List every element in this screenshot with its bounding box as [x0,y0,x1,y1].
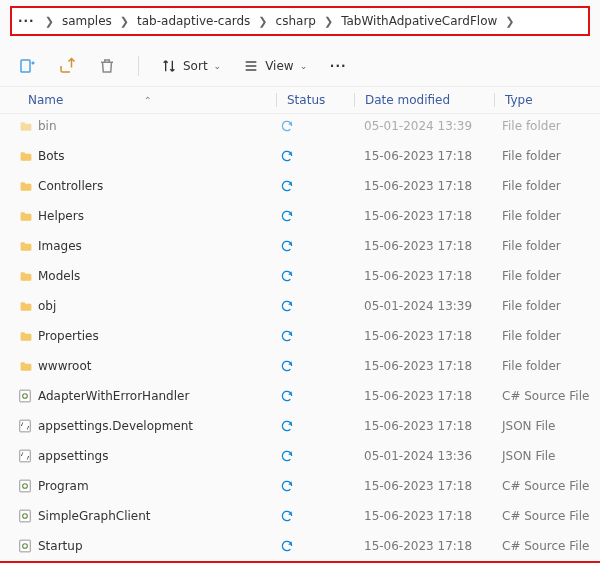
file-name: Models [38,269,278,283]
date-modified: 15-06-2023 17:18 [356,479,496,493]
date-modified: 15-06-2023 17:18 [356,509,496,523]
file-type: File folder [496,269,600,283]
sync-status-icon [278,389,356,403]
sync-status-icon [278,179,356,193]
breadcrumb-item[interactable]: tab-adaptive-cards [137,14,250,28]
delete-icon[interactable] [98,57,116,75]
date-modified: 15-06-2023 17:18 [356,239,496,253]
share-icon[interactable] [58,57,76,75]
sync-status-icon [278,479,356,493]
sort-asc-icon: ⌃ [143,95,151,106]
table-row[interactable]: Helpers15-06-2023 17:18File folder [0,201,600,231]
folder-icon [18,120,38,133]
sync-status-icon [278,539,356,553]
file-type: C# Source File [496,389,600,403]
date-modified: 15-06-2023 17:18 [356,539,496,553]
chevron-right-icon: ❯ [503,15,516,28]
column-status[interactable]: Status [287,93,325,107]
view-button[interactable]: View ⌄ [243,58,307,74]
table-row[interactable]: appsettings05-01-2024 13:36JSON File [0,441,600,471]
json-icon [18,448,38,464]
table-row[interactable]: Images15-06-2023 17:18File folder [0,231,600,261]
breadcrumb-item[interactable]: samples [62,14,112,28]
folder-icon [18,180,38,193]
date-modified: 05-01-2024 13:36 [356,449,496,463]
sort-button[interactable]: Sort ⌄ [161,58,221,74]
breadcrumb-item[interactable]: TabWithAdpativeCardFlow [341,14,497,28]
column-type[interactable]: Type [505,93,533,107]
chevron-right-icon: ❯ [256,15,269,28]
breadcrumb[interactable]: ··· ❯ samples ❯ tab-adaptive-cards ❯ csh… [10,6,590,36]
breadcrumb-item[interactable]: csharp [276,14,316,28]
chevron-down-icon: ⌄ [300,61,308,71]
folder-icon [18,210,38,223]
sync-status-icon [278,119,356,133]
file-name: AdapterWithErrorHandler [38,389,278,403]
file-type: File folder [496,299,600,313]
date-modified: 05-01-2024 13:39 [356,299,496,313]
file-type: File folder [496,239,600,253]
table-row[interactable]: bin05-01-2024 13:39File folder [0,111,600,141]
file-type: C# Source File [496,509,600,523]
file-name: Helpers [38,209,278,223]
file-type: File folder [496,359,600,373]
date-modified: 15-06-2023 17:18 [356,149,496,163]
chevron-right-icon: ❯ [118,15,131,28]
file-type: File folder [496,179,600,193]
file-type: C# Source File [496,539,600,553]
file-type: File folder [496,329,600,343]
table-row[interactable]: Startup15-06-2023 17:18C# Source File [0,531,600,561]
more-icon[interactable]: ··· [329,57,347,75]
table-row[interactable]: SimpleGraphClient15-06-2023 17:18C# Sour… [0,501,600,531]
file-name: SimpleGraphClient [38,509,278,523]
table-row[interactable]: Properties15-06-2023 17:18File folder [0,321,600,351]
table-row[interactable]: Bots15-06-2023 17:18File folder [0,141,600,171]
file-type: File folder [496,119,600,133]
cs-icon [18,478,38,494]
file-name: Bots [38,149,278,163]
date-modified: 15-06-2023 17:18 [356,329,496,343]
date-modified: 15-06-2023 17:18 [356,209,496,223]
folder-icon [18,330,38,343]
table-row[interactable]: Controllers15-06-2023 17:18File folder [0,171,600,201]
sync-status-icon [278,269,356,283]
file-type: File folder [496,209,600,223]
file-type: C# Source File [496,479,600,493]
cs-icon [18,538,38,554]
date-modified: 15-06-2023 17:18 [356,269,496,283]
file-name: wwwroot [38,359,278,373]
folder-icon [18,360,38,373]
file-name: Images [38,239,278,253]
toolbar: Sort ⌄ View ⌄ ··· [0,46,600,87]
sync-status-icon [278,509,356,523]
chevron-right-icon: ❯ [43,15,56,28]
file-type: File folder [496,149,600,163]
file-name: appsettings.Development [38,419,278,433]
file-name: appsettings [38,449,278,463]
table-row[interactable]: AdapterWithErrorHandler15-06-2023 17:18C… [0,381,600,411]
new-icon[interactable] [18,57,36,75]
file-name: obj [38,299,278,313]
file-type: JSON File [496,449,600,463]
sync-status-icon [278,449,356,463]
table-row[interactable]: wwwroot15-06-2023 17:18File folder [0,351,600,381]
sync-status-icon [278,149,356,163]
sync-status-icon [278,239,356,253]
column-date[interactable]: Date modified [365,93,450,107]
file-name: Controllers [38,179,278,193]
table-row[interactable]: obj05-01-2024 13:39File folder [0,291,600,321]
folder-icon [18,300,38,313]
breadcrumb-overflow-icon[interactable]: ··· [16,14,37,28]
chevron-right-icon: ❯ [322,15,335,28]
file-name: bin [38,119,278,133]
column-name[interactable]: Name [28,93,63,107]
table-row[interactable]: Models15-06-2023 17:18File folder [0,261,600,291]
sync-status-icon [278,329,356,343]
cs-icon [18,508,38,524]
table-row[interactable]: appsettings.Development15-06-2023 17:18J… [0,411,600,441]
view-label: View [265,59,293,73]
sync-status-icon [278,299,356,313]
table-row[interactable]: Program15-06-2023 17:18C# Source File [0,471,600,501]
file-name: Properties [38,329,278,343]
file-name: Startup [38,539,278,553]
